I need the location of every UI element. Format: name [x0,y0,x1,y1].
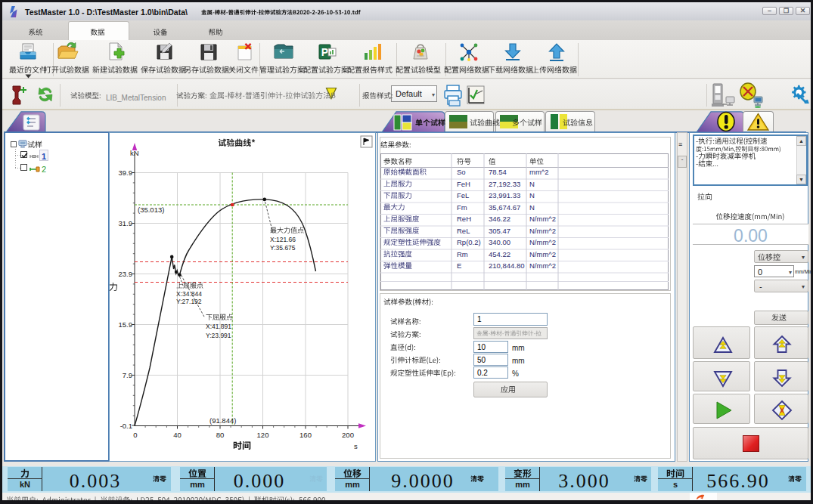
svg-text:N/mm^2: N/mm^2 [529,215,556,223]
svg-text:78.54: 78.54 [489,168,507,176]
svg-text:210,844.80: 210,844.80 [489,261,525,270]
svg-text:E: E [457,261,461,270]
svg-text:mm^2: mm^2 [529,168,549,176]
svg-text:N: N [529,180,535,188]
svg-text:FeL: FeL [457,191,469,199]
svg-text:454.22: 454.22 [489,250,510,258]
svg-text:Rm: Rm [457,250,468,258]
svg-text:ReH: ReH [457,215,471,223]
svg-text:ReL: ReL [457,227,470,235]
svg-text:FeH: FeH [457,180,470,188]
svg-text:27,192.33: 27,192.33 [489,180,520,188]
svg-text:Fm: Fm [457,203,467,212]
svg-text:kN: kN [130,149,139,157]
svg-text:23,991.33: 23,991.33 [489,191,520,199]
svg-text:Rp(0.2): Rp(0.2) [457,238,481,246]
svg-text:N/mm^2: N/mm^2 [529,261,556,270]
svg-text:N: N [529,203,535,212]
svg-text:So: So [457,168,466,176]
svg-text:N: N [529,191,535,199]
svg-text:35,674.67: 35,674.67 [489,203,520,212]
svg-text:TestMaster 1.0 - D:\TestMaster: TestMaster 1.0 - D:\TestMaster 1.0\bin\D… [25,8,188,17]
svg-text:N/mm^2: N/mm^2 [529,227,556,235]
svg-text:346.22: 346.22 [489,215,510,223]
svg-text:340.00: 340.00 [489,238,510,246]
svg-text:N/mm^2: N/mm^2 [529,250,556,258]
svg-text:N/mm^2: N/mm^2 [529,238,556,246]
svg-text:305.47: 305.47 [489,227,510,235]
